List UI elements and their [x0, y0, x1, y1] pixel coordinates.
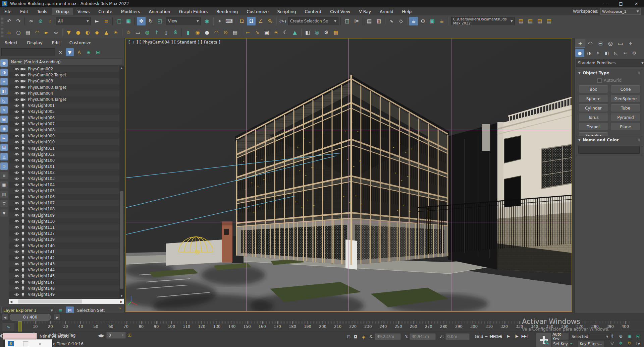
visibility-eye-icon[interactable]: [14, 238, 20, 241]
object-row[interactable]: VRayLight143: [9, 261, 120, 267]
cone-button[interactable]: Cone: [611, 85, 640, 93]
menu-tools[interactable]: Tools: [33, 8, 52, 15]
key-steps-icon[interactable]: ⌁: [570, 341, 573, 346]
visibility-eye-icon[interactable]: [14, 213, 20, 217]
object-row[interactable]: VRayLight107: [9, 200, 120, 206]
create-tab[interactable]: +: [575, 39, 585, 48]
explorer-menu-select[interactable]: Select: [0, 39, 22, 47]
display-geometry-icon[interactable]: ●: [0, 59, 8, 67]
plane-button[interactable]: Plane: [611, 123, 640, 131]
visibility-eye-icon[interactable]: [14, 219, 20, 223]
maximize-button[interactable]: □: [613, 0, 629, 7]
arrow-tool-icon[interactable]: ►: [42, 28, 51, 37]
visibility-eye-icon[interactable]: [14, 262, 20, 266]
undo-icon[interactable]: [5, 17, 13, 25]
field-of-view-icon[interactable]: ▽: [608, 340, 616, 347]
collapse-tree-icon[interactable]: ⊟: [94, 48, 102, 56]
object-name[interactable]: VRayLight149: [28, 292, 55, 297]
object-name[interactable]: VRayLight006: [28, 116, 55, 120]
select-and-manipulate-icon[interactable]: [215, 17, 224, 25]
visibility-eye-icon[interactable]: [14, 256, 20, 260]
object-row[interactable]: VRayLight008: [9, 127, 120, 133]
reference-coordinate-select[interactable]: View▼: [166, 17, 201, 25]
object-name[interactable]: VRayLight008: [28, 128, 55, 132]
object-name[interactable]: PhysCam003: [28, 79, 53, 83]
isolate-selection-icon[interactable]: ⊡: [347, 334, 351, 339]
visibility-eye-icon[interactable]: [14, 116, 20, 120]
menu-graph-editors[interactable]: Graph Editors: [175, 8, 212, 15]
use-pivot-center-icon[interactable]: [203, 17, 211, 25]
clear-search-icon[interactable]: ×: [56, 48, 64, 56]
tree-tool-icon[interactable]: ▲: [290, 28, 299, 37]
menu-help[interactable]: Help: [398, 8, 416, 15]
menu-animation[interactable]: Animation: [145, 8, 175, 15]
minimize-button[interactable]: —: [598, 0, 613, 7]
visibility-eye-icon[interactable]: [14, 183, 20, 187]
object-row[interactable]: VRayLight007: [9, 121, 120, 127]
arc-tool-icon[interactable]: ◠: [33, 28, 42, 37]
close-button[interactable]: ×: [629, 0, 644, 7]
name-color-header[interactable]: ▼Name and Color⠿: [576, 136, 643, 144]
up-tool-icon[interactable]: ↑: [152, 28, 161, 37]
object-row[interactable]: VRayLight148: [9, 285, 120, 291]
cam-tool-icon[interactable]: ◧: [303, 28, 312, 37]
zoom-all-icon[interactable]: ⊕: [616, 333, 625, 340]
viewport-label[interactable]: [ + ] [ PhysCam004 ] [ Standard ] [ Face…: [128, 40, 220, 45]
box-button[interactable]: Box: [579, 85, 608, 93]
object-row[interactable]: VRayLight101: [9, 163, 120, 169]
hierarchy-tab[interactable]: ⊟: [595, 39, 605, 48]
object-name[interactable]: PhysCam004.Target: [28, 97, 66, 102]
show-curves-toggle-icon[interactable]: ∿: [2, 323, 15, 331]
render-setup-icon[interactable]: [419, 17, 427, 25]
zoom-extents-all-icon[interactable]: ◱: [634, 333, 643, 340]
rectangular-selection-region-icon[interactable]: [115, 17, 123, 25]
object-name[interactable]: VRayLight011: [28, 146, 55, 151]
object-row[interactable]: VRayLight108: [9, 206, 120, 212]
motion-tab[interactable]: ◎: [605, 39, 615, 48]
object-row[interactable]: VRayLight006: [9, 115, 120, 121]
geosphere-tool-icon[interactable]: ◆: [93, 28, 101, 37]
selection-set-select[interactable]: Selected▼: [570, 333, 610, 340]
object-row[interactable]: VRayLight109: [9, 212, 120, 218]
menu-customize[interactable]: Customize: [242, 8, 273, 15]
object-row[interactable]: VRayLight001: [9, 102, 120, 109]
pyramid-button[interactable]: Pyramid: [611, 114, 640, 121]
object-name[interactable]: PhysCam004: [28, 91, 53, 96]
display-materials-icon[interactable]: ⊙: [0, 162, 8, 170]
visibility-eye-icon[interactable]: [14, 274, 20, 278]
object-row[interactable]: VRayLight149: [9, 291, 120, 297]
key-mode-icon[interactable]: ⚿: [128, 333, 131, 338]
go-to-start-button[interactable]: |◀◀: [488, 333, 496, 339]
teapot-button[interactable]: Teapot: [579, 123, 608, 131]
object-name[interactable]: VRayLight012: [28, 152, 55, 157]
material-editor-icon[interactable]: [409, 17, 418, 25]
world-tool-icon[interactable]: ◍: [143, 28, 152, 37]
object-name[interactable]: VRayLight141: [28, 250, 55, 254]
key-filters-button[interactable]: Key Filters...: [578, 340, 604, 347]
percent-snap-icon[interactable]: [266, 17, 274, 25]
project-folder-select[interactable]: C:\Users\valer\Documents\3ds Max 2022▼: [451, 17, 515, 25]
selection-filter-select[interactable]: All▼: [56, 17, 91, 25]
object-name[interactable]: VRayLight106: [28, 195, 55, 199]
display-frozen-icon[interactable]: ■: [0, 181, 8, 189]
visibility-eye-icon[interactable]: [14, 171, 20, 175]
primitive-category-select[interactable]: Standard Primitives▼: [576, 59, 644, 67]
object-name[interactable]: VRayLight144: [28, 268, 55, 272]
perspective-viewport[interactable]: [ + ] [ PhysCam004 ] [ Standard ] [ Face…: [125, 38, 572, 312]
open-project-icon[interactable]: [526, 17, 535, 25]
doc-tool-icon[interactable]: ▯: [162, 28, 170, 37]
object-name[interactable]: PhysCam002.Target: [28, 73, 66, 77]
menu-v-ray[interactable]: V-Ray: [355, 8, 375, 15]
zoom-icon[interactable]: ↕: [608, 333, 616, 340]
gear-tool-icon[interactable]: ⚙: [322, 28, 331, 37]
lamp-tool-icon[interactable]: ◉: [193, 28, 202, 37]
hemisphere-tool-icon[interactable]: ◐: [83, 28, 92, 37]
panel-tool-icon[interactable]: ▮: [184, 28, 193, 37]
object-row[interactable]: VRayLight139: [9, 236, 120, 242]
utilities-tab[interactable]: ⌖: [626, 39, 636, 48]
menu-create[interactable]: Create: [94, 8, 117, 15]
named-selection-set-field[interactable]: Create Selection Se▼: [288, 17, 338, 25]
menu-scripting[interactable]: Scripting: [273, 8, 301, 15]
next-frame-arrow[interactable]: ▶: [54, 314, 60, 321]
menu-content[interactable]: Content: [300, 8, 326, 15]
